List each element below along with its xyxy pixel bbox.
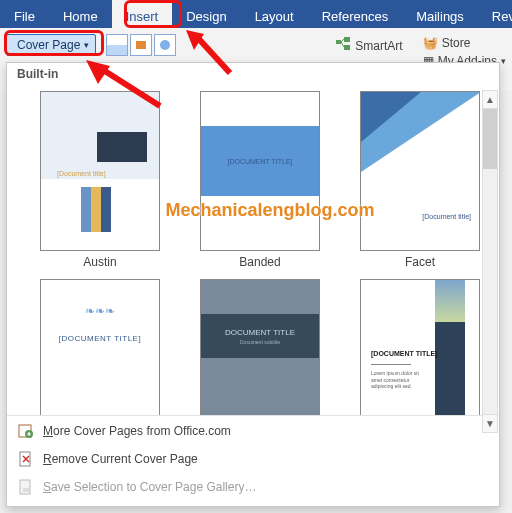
thumb-title: [DOCUMENT TITLE]: [371, 350, 438, 357]
footer-label: Save Selection to Cover Page Gallery…: [43, 480, 256, 494]
gallery-body: [Document title] Austin [DOCUMENT TITLE]…: [7, 85, 499, 415]
thumb-banded[interactable]: [DOCUMENT TITLE] Banded: [185, 91, 335, 269]
thumb-title: [DOCUMENT TITLE]: [201, 158, 319, 165]
store-icon: 🧺: [423, 36, 438, 50]
remove-cover-page[interactable]: Remove Current Cover Page: [15, 448, 491, 470]
gallery-footer: More Cover Pages from Office.com Remove …: [7, 415, 499, 506]
scroll-down-icon[interactable]: ▼: [483, 414, 497, 432]
ornament-icon: ❧❧❧: [41, 304, 159, 318]
tab-references[interactable]: References: [308, 0, 402, 28]
thumb-title: [DOCUMENT TITLE]: [41, 334, 159, 343]
thumb-facet[interactable]: [Document title] Facet: [345, 91, 495, 269]
save-page-icon: [17, 478, 35, 496]
cover-page-button[interactable]: Cover Page ▾: [6, 34, 96, 56]
tab-layout[interactable]: Layout: [241, 0, 308, 28]
svg-rect-2: [336, 40, 341, 44]
pictures-icon[interactable]: [130, 34, 152, 56]
footer-label: Remove Current Cover Page: [43, 452, 198, 466]
caret-down-icon: ▾: [501, 56, 506, 66]
thumb-grid[interactable]: DOCUMENT TITLE Document subtitle Grid: [185, 279, 335, 415]
more-cover-pages[interactable]: More Cover Pages from Office.com: [15, 420, 491, 442]
tab-mailings[interactable]: Mailings: [402, 0, 478, 28]
tab-design[interactable]: Design: [172, 0, 240, 28]
tab-home[interactable]: Home: [49, 0, 112, 28]
store-label: Store: [442, 36, 471, 50]
smartart-button[interactable]: SmartArt: [335, 36, 402, 55]
ribbon-quick-icons: [106, 34, 176, 56]
gallery-scrollbar[interactable]: ▲ ▼: [482, 90, 498, 433]
scroll-up-icon[interactable]: ▲: [483, 91, 497, 109]
tab-insert[interactable]: Insert: [112, 0, 173, 28]
thumb-filigree[interactable]: ❧❧❧ [DOCUMENT TITLE] Filigree: [25, 279, 175, 415]
save-to-gallery: Save Selection to Cover Page Gallery…: [15, 476, 491, 498]
svg-rect-4: [344, 45, 350, 50]
tab-review[interactable]: Review: [478, 0, 512, 28]
smartart-label: SmartArt: [355, 39, 402, 53]
svg-rect-9: [23, 488, 29, 492]
thumb-austin[interactable]: [Document title] Austin: [25, 91, 175, 269]
office-online-icon: [17, 422, 35, 440]
thumb-label: Banded: [239, 255, 280, 269]
smartart-icon: [335, 36, 351, 55]
shapes-icon[interactable]: [154, 34, 176, 56]
thumb-label: Facet: [405, 255, 435, 269]
cover-page-label: Cover Page: [17, 38, 80, 52]
thumb-label: Austin: [83, 255, 116, 269]
thumb-integral[interactable]: [DOCUMENT TITLE] Lorem ipsum dolor sit a…: [345, 279, 495, 415]
table-icon[interactable]: [106, 34, 128, 56]
footer-label: More Cover Pages from Office.com: [43, 424, 231, 438]
tab-file[interactable]: File: [0, 0, 49, 28]
thumb-title: [Document title]: [57, 170, 106, 177]
thumb-title: [Document title]: [422, 213, 471, 220]
store-button[interactable]: 🧺 Store: [423, 36, 506, 50]
caret-down-icon: ▾: [84, 40, 89, 50]
svg-rect-3: [344, 37, 350, 42]
remove-page-icon: [17, 450, 35, 468]
ribbon-tabs: File Home Insert Design Layout Reference…: [0, 0, 512, 28]
cover-page-gallery: Built-in [Document title] Austin [DOCUME…: [6, 62, 500, 507]
scroll-thumb[interactable]: [483, 109, 497, 169]
thumb-title: DOCUMENT TITLE Document subtitle: [201, 314, 319, 358]
gallery-section-header: Built-in: [7, 63, 499, 85]
